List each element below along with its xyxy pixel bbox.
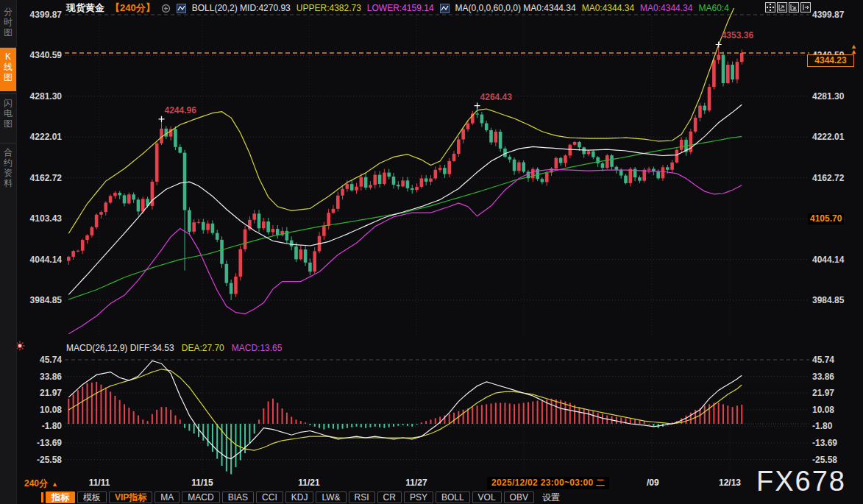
- macd-indicator-label: MACD(26,12,9) DIFF:34.53DEA:27.70MACD:13…: [66, 343, 282, 353]
- price-axis-label: 4399.87: [18, 10, 62, 20]
- macd-axis-label: 10.08: [812, 405, 856, 415]
- pan-move-icon[interactable]: [765, 2, 775, 13]
- sidebar-tab-4[interactable]: 合约资料: [0, 143, 16, 200]
- ma-indicator-icon[interactable]: [440, 4, 450, 13]
- swing-high-label: 4244.96: [165, 105, 196, 116]
- price-up-arrows-icon: ▲▲: [850, 44, 857, 54]
- tab-label-char: 图: [4, 27, 13, 38]
- boll-value: UPPER:4382.73: [296, 3, 361, 13]
- macd-value: DEA:27.70: [182, 343, 224, 353]
- macd-axis-label: 33.86: [812, 372, 856, 382]
- symbol-name: 现货黄金: [66, 1, 104, 15]
- toolbar-button-ma[interactable]: MA: [155, 491, 180, 503]
- swing-high-label: 4264.43: [480, 92, 512, 102]
- price-axis-label: 4281.30: [812, 91, 856, 102]
- toolbar-button-vip指标[interactable]: VIP指标: [109, 491, 152, 503]
- toolbar-button-macd[interactable]: MACD: [182, 491, 219, 503]
- date-axis: 240分▲ 2025/12/02 23:00~03:00 二 11/1111/1…: [0, 477, 863, 490]
- price-axis-label: 4281.30: [18, 91, 62, 102]
- toolbar-button-lw&[interactable]: LW&: [316, 491, 346, 503]
- topbar: 现货黄金 【240分】 BOLL(20,2) MID:4270.93UPPER:…: [66, 1, 729, 15]
- kline-chart-app: 现货黄金 【240分】 BOLL(20,2) MID:4270.93UPPER:…: [0, 0, 863, 504]
- price-axis-label: 4340.59: [18, 50, 62, 60]
- toolbar-button-kdj[interactable]: KDJ: [285, 491, 314, 503]
- tab-label-char: 分: [4, 7, 13, 17]
- axis-zoom-up-icon[interactable]: [777, 2, 787, 13]
- tab-label-char: 图: [4, 118, 13, 129]
- tab-label-char: 时: [4, 17, 13, 27]
- period-badge[interactable]: 【240分】: [110, 1, 155, 15]
- toolbar-button-指标[interactable]: 指标: [46, 491, 75, 503]
- macd-value: MACD(26,12,9) DIFF:34.53: [66, 343, 174, 353]
- candlestick-chart: [0, 0, 863, 504]
- macd-axis-label: -13.69: [18, 438, 62, 448]
- macd-axis-label: 33.86: [18, 372, 62, 382]
- swing-high-label: 4353.36: [722, 30, 753, 40]
- date-label: /09: [647, 478, 659, 488]
- tab-label-char: 约: [4, 157, 13, 168]
- tab-label-char: 资: [4, 168, 13, 178]
- toolbar-button-bias[interactable]: BIAS: [222, 491, 254, 503]
- tab-label-char: 料: [4, 178, 13, 188]
- macd-axis-label: -25.58: [812, 455, 856, 465]
- toolbar-button-boll[interactable]: BOLL: [436, 491, 470, 503]
- toolbar-button-模板[interactable]: 模板: [77, 491, 107, 503]
- date-label: 11/15: [191, 478, 213, 488]
- tab-label-char: 闪: [4, 98, 13, 108]
- sidebar: 分时图K线图闪电图合约资料: [0, 0, 17, 504]
- current-price-tag: 4344.23: [807, 54, 854, 67]
- circle-plus-icon[interactable]: [161, 4, 171, 13]
- price-axis-label: 3984.85: [18, 295, 62, 305]
- price-axis-label: 4044.14: [18, 255, 62, 265]
- macd-axis-label: 45.74: [812, 355, 856, 365]
- tab-label-char: 合: [4, 147, 13, 157]
- axis-zoom-right-icon[interactable]: [789, 2, 799, 13]
- ma-value: MA0:4344.34: [582, 3, 634, 13]
- crosshair-date-tooltip: 2025/12/02 23:00~03:00 二: [487, 477, 609, 489]
- ma-value: MA60:4: [698, 3, 728, 13]
- macd-value: MACD:13.65: [232, 343, 283, 353]
- price-axis-label: 4399.87: [812, 10, 856, 20]
- date-label: 11/27: [405, 478, 427, 488]
- sidebar-tab-3[interactable]: 闪电图: [0, 93, 16, 141]
- macd-axis-label: 21.97: [812, 388, 856, 398]
- shift-right-icon[interactable]: [800, 2, 811, 13]
- ma-values: MA(0,0,0,60,0,0) MA0:4344.34MA0:4344.34M…: [455, 3, 729, 13]
- date-label: 11/21: [298, 478, 319, 488]
- boll-indicator-icon[interactable]: [177, 4, 186, 13]
- sidebar-tab-2[interactable]: K线图: [0, 47, 16, 91]
- toolbar-button-obv[interactable]: OBV: [504, 491, 534, 503]
- tab-label-char: 电: [4, 108, 13, 118]
- chart-control-icons: [765, 2, 811, 13]
- macd-axis-label: 45.74: [18, 355, 62, 365]
- toolbar-button-psy[interactable]: PSY: [404, 491, 433, 503]
- chevron-up-icon: ▲: [52, 480, 58, 488]
- toolbar-button-cci[interactable]: CCI: [256, 491, 283, 503]
- price-axis-label: 4162.72: [18, 173, 62, 183]
- date-label: 12/13: [719, 478, 741, 488]
- boll-values: BOLL(20,2) MID:4270.93UPPER:4382.73LOWER…: [192, 3, 434, 13]
- ma-value: MA(0,0,0,60,0,0) MA0:4344.34: [455, 3, 576, 13]
- toolbar-button-rsi[interactable]: RSI: [349, 491, 375, 503]
- alert-price-tag: 4105.70: [808, 213, 844, 224]
- indicator-toolbar: 指标模板VIP指标MAMACDBIASCCIKDJLW&RSICRPSYBOLL…: [46, 491, 566, 503]
- toolbar-button-设置[interactable]: 设置: [536, 491, 566, 503]
- price-axis-label: 4044.14: [812, 255, 856, 265]
- toolbar-button-cr[interactable]: CR: [377, 491, 402, 503]
- tab-label-char: 图: [4, 72, 13, 82]
- tab-label-char: 线: [4, 62, 13, 72]
- sidebar-tab-1[interactable]: 分时图: [0, 3, 16, 46]
- macd-axis-label: 21.97: [18, 388, 62, 398]
- price-axis-label: 4162.72: [812, 173, 856, 183]
- ma-value: MA0:4344.34: [640, 3, 692, 13]
- macd-axis-label: -13.69: [812, 438, 856, 448]
- macd-axis-label: -1.80: [812, 421, 856, 431]
- price-axis-label: 4222.01: [18, 132, 62, 142]
- toolbar-button-vol[interactable]: VOL: [472, 491, 502, 503]
- macd-axis-label: -25.58: [18, 455, 62, 465]
- toolbar-handle[interactable]: [41, 492, 43, 503]
- boll-value: BOLL(20,2) MID:4270.93: [192, 3, 291, 13]
- period-selector[interactable]: 240分▲: [24, 478, 58, 490]
- price-axis-label: 4103.43: [18, 213, 62, 224]
- boll-value: LOWER:4159.14: [367, 3, 434, 13]
